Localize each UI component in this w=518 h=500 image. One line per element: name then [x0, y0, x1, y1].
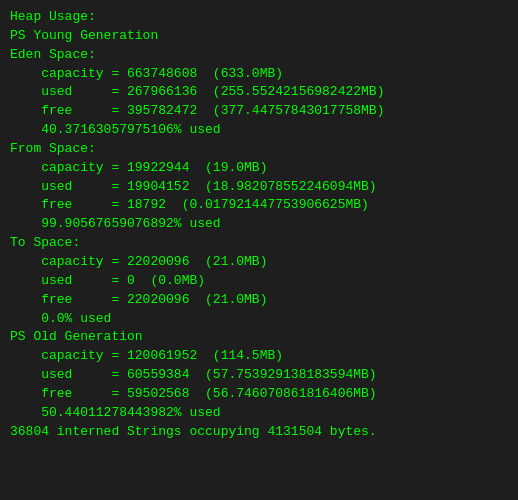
- output-line-3: capacity = 663748608 (633.0MB): [10, 65, 508, 84]
- output-line-14: used = 0 (0.0MB): [10, 272, 508, 291]
- output-line-5: free = 395782472 (377.44757843017758MB): [10, 102, 508, 121]
- heap-usage-output: Heap Usage:PS Young GenerationEden Space…: [10, 8, 508, 441]
- output-line-6: 40.37163057975106% used: [10, 121, 508, 140]
- output-line-19: used = 60559384 (57.753929138183594MB): [10, 366, 508, 385]
- output-line-8: capacity = 19922944 (19.0MB): [10, 159, 508, 178]
- output-line-11: 99.90567659076892% used: [10, 215, 508, 234]
- output-line-16: 0.0% used: [10, 310, 508, 329]
- output-line-20: free = 59502568 (56.746070861816406MB): [10, 385, 508, 404]
- output-line-13: capacity = 22020096 (21.0MB): [10, 253, 508, 272]
- output-line-4: used = 267966136 (255.55242156982422MB): [10, 83, 508, 102]
- output-line-15: free = 22020096 (21.0MB): [10, 291, 508, 310]
- output-line-18: capacity = 120061952 (114.5MB): [10, 347, 508, 366]
- output-line-21: 50.44011278443982% used: [10, 404, 508, 423]
- output-line-10: free = 18792 (0.017921447753906625MB): [10, 196, 508, 215]
- output-line-9: used = 19904152 (18.982078552246094MB): [10, 178, 508, 197]
- output-line-17: PS Old Generation: [10, 328, 508, 347]
- output-line-0: Heap Usage:: [10, 8, 508, 27]
- output-line-23: 36804 interned Strings occupying 4131504…: [10, 423, 508, 442]
- output-line-1: PS Young Generation: [10, 27, 508, 46]
- output-line-7: From Space:: [10, 140, 508, 159]
- output-line-12: To Space:: [10, 234, 508, 253]
- output-line-2: Eden Space:: [10, 46, 508, 65]
